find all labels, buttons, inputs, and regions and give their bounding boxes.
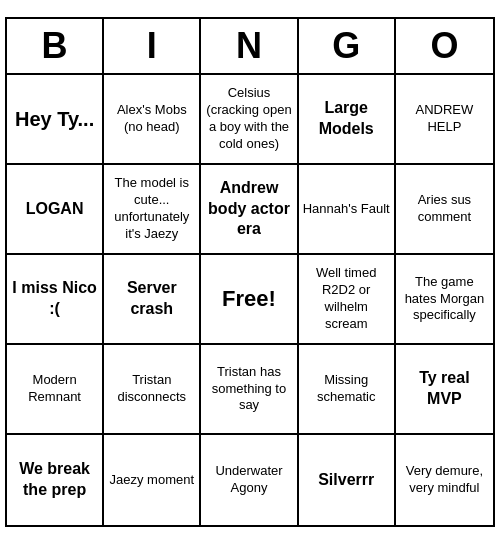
bingo-cell-21: Jaezy moment <box>104 435 201 525</box>
header-letter-I: I <box>104 19 201 75</box>
bingo-cell-9: Aries sus comment <box>396 165 493 255</box>
bingo-grid: Hey Ty...Alex's Mobs (no head)Celsius (c… <box>7 75 493 525</box>
bingo-cell-14: The game hates Morgan specifically <box>396 255 493 345</box>
bingo-cell-5: LOGAN <box>7 165 104 255</box>
header-letter-N: N <box>201 19 298 75</box>
bingo-cell-24: Very demure, very mindful <box>396 435 493 525</box>
bingo-cell-8: Hannah's Fault <box>299 165 396 255</box>
bingo-cell-6: The model is cute... unfortunately it's … <box>104 165 201 255</box>
bingo-cell-1: Alex's Mobs (no head) <box>104 75 201 165</box>
bingo-cell-11: Server crash <box>104 255 201 345</box>
bingo-cell-18: Missing schematic <box>299 345 396 435</box>
bingo-cell-4: ANDREW HELP <box>396 75 493 165</box>
bingo-cell-20: We break the prep <box>7 435 104 525</box>
bingo-cell-10: I miss Nico :( <box>7 255 104 345</box>
bingo-cell-13: Well timed R2D2 or wilhelm scream <box>299 255 396 345</box>
bingo-cell-16: Tristan disconnects <box>104 345 201 435</box>
bingo-cell-7: Andrew body actor era <box>201 165 298 255</box>
header-letter-O: O <box>396 19 493 75</box>
bingo-cell-23: Silverrr <box>299 435 396 525</box>
bingo-card: BINGO Hey Ty...Alex's Mobs (no head)Cels… <box>5 17 495 527</box>
bingo-cell-0: Hey Ty... <box>7 75 104 165</box>
bingo-cell-17: Tristan has something to say <box>201 345 298 435</box>
bingo-cell-3: Large Models <box>299 75 396 165</box>
bingo-header: BINGO <box>7 19 493 75</box>
bingo-cell-12: Free! <box>201 255 298 345</box>
bingo-cell-15: Modern Remnant <box>7 345 104 435</box>
header-letter-B: B <box>7 19 104 75</box>
bingo-cell-22: Underwater Agony <box>201 435 298 525</box>
bingo-cell-2: Celsius (cracking open a boy with the co… <box>201 75 298 165</box>
bingo-cell-19: Ty real MVP <box>396 345 493 435</box>
header-letter-G: G <box>299 19 396 75</box>
